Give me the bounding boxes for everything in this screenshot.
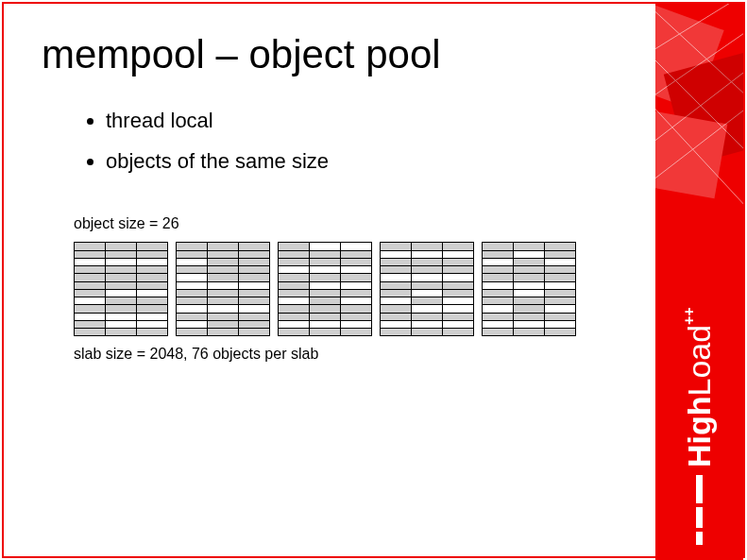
slab-cell: [514, 290, 544, 297]
slab-cell: [279, 282, 309, 289]
slab-cell: [545, 282, 575, 289]
slab-cell: [177, 259, 207, 265]
slab-cell: [412, 282, 442, 289]
slab-cell: [381, 266, 411, 273]
diagram: object size = 26 slab size = 2048, 76 ob…: [42, 215, 632, 363]
slab-cell: [341, 251, 371, 258]
slab-cell: [443, 282, 473, 289]
slab-cell: [310, 266, 340, 273]
slab-cell: [443, 274, 473, 280]
slab-cell: [106, 297, 136, 304]
slab-cell: [177, 251, 207, 258]
slab-cell: [75, 251, 105, 258]
slab-cell: [177, 266, 207, 273]
slab-cell: [208, 243, 238, 249]
slab-cell: [412, 290, 442, 297]
slab-cell: [239, 266, 269, 273]
slab-cell: [341, 282, 371, 289]
content-area: mempool – object pool thread local objec…: [4, 4, 660, 560]
slab-cell: [75, 274, 105, 280]
slab-cell: [514, 282, 544, 289]
object-size-label: object size = 26: [74, 215, 632, 232]
slab-cell: [75, 266, 105, 273]
slab-cell: [239, 243, 269, 249]
slab-cell: [310, 321, 340, 328]
slab-cell: [443, 266, 473, 273]
slab-cell: [514, 305, 544, 312]
brand-text: HighLoad++: [681, 307, 718, 467]
slab-cell: [208, 266, 238, 273]
slab-cell: [279, 329, 309, 335]
slab-cell: [279, 243, 309, 249]
slab-cell: [177, 282, 207, 289]
slab-cell: [239, 274, 269, 280]
slab-cell: [208, 274, 238, 280]
slab-cell: [177, 243, 207, 249]
slab-cell: [443, 243, 473, 249]
slab-cell: [137, 290, 167, 297]
sidebar: HighLoad++: [655, 4, 743, 560]
slab-cell: [279, 297, 309, 304]
slide-frame: mempool – object pool thread local objec…: [2, 2, 745, 558]
slab-cell: [514, 251, 544, 258]
slab-cell: [106, 274, 136, 280]
slab-cell: [514, 321, 544, 328]
slab-cell: [137, 314, 167, 320]
slab-cell: [412, 305, 442, 312]
slab-cell: [137, 329, 167, 335]
slab-cell: [514, 259, 544, 265]
slab-cell: [208, 259, 238, 265]
slab-cell: [443, 297, 473, 304]
slab-cell: [483, 274, 513, 280]
slab-cell: [137, 274, 167, 280]
brand-bars-icon: [696, 475, 703, 545]
slab-cell: [381, 259, 411, 265]
slab-cell: [443, 251, 473, 258]
slab-cell: [514, 314, 544, 320]
slab: [278, 242, 372, 336]
slab-cell: [239, 305, 269, 312]
sidebar-decoration: [655, 4, 743, 230]
slab-cell: [483, 314, 513, 320]
slide-title: mempool – object pool: [42, 32, 632, 77]
slab-cell: [483, 266, 513, 273]
slab-cell: [412, 243, 442, 249]
slab-cell: [483, 297, 513, 304]
slab-cell: [75, 329, 105, 335]
slab-cell: [106, 305, 136, 312]
slab-cell: [412, 251, 442, 258]
slab-cell: [208, 305, 238, 312]
slab-cell: [75, 321, 105, 328]
bullet-list: thread local objects of the same size: [42, 104, 632, 178]
slab-cell: [177, 297, 207, 304]
slab-cell: [341, 314, 371, 320]
slab-cell: [208, 321, 238, 328]
slab-cell: [239, 297, 269, 304]
slab-cell: [75, 305, 105, 312]
slab-cell: [443, 290, 473, 297]
slab-cell: [483, 329, 513, 335]
slab-cell: [545, 290, 575, 297]
slab-cell: [279, 259, 309, 265]
slab-cell: [208, 297, 238, 304]
slab-cell: [310, 297, 340, 304]
slab-cell: [239, 329, 269, 335]
slab-cell: [341, 266, 371, 273]
slab-cell: [443, 259, 473, 265]
slab-cell: [443, 314, 473, 320]
brand-bold: High: [681, 396, 717, 467]
slab-cell: [483, 259, 513, 265]
slab-cell: [239, 259, 269, 265]
slab-cell: [75, 243, 105, 249]
slab-cell: [239, 290, 269, 297]
slab-cell: [545, 305, 575, 312]
slab-cell: [381, 329, 411, 335]
slab-cell: [239, 251, 269, 258]
slab: [482, 242, 576, 336]
slab-cell: [137, 259, 167, 265]
slab-cell: [310, 314, 340, 320]
slab-cell: [412, 314, 442, 320]
slab-cell: [137, 243, 167, 249]
slab-cell: [412, 266, 442, 273]
slab-cell: [239, 314, 269, 320]
